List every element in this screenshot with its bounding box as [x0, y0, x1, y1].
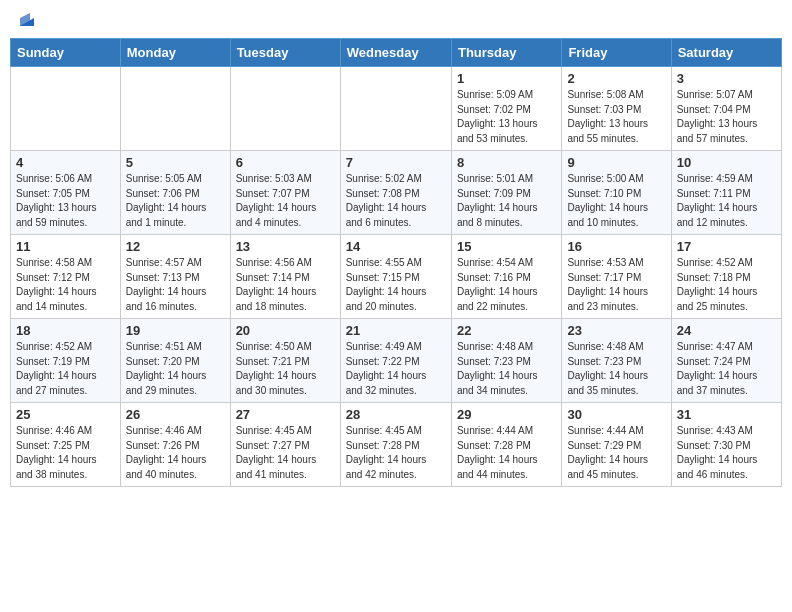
day-number: 19 — [126, 323, 225, 338]
day-info: Sunrise: 4:47 AM Sunset: 7:24 PM Dayligh… — [677, 340, 776, 398]
weekday-header-saturday: Saturday — [671, 39, 781, 67]
calendar-cell: 30Sunrise: 4:44 AM Sunset: 7:29 PM Dayli… — [562, 403, 671, 487]
day-info: Sunrise: 4:44 AM Sunset: 7:29 PM Dayligh… — [567, 424, 665, 482]
day-info: Sunrise: 4:46 AM Sunset: 7:26 PM Dayligh… — [126, 424, 225, 482]
day-info: Sunrise: 5:00 AM Sunset: 7:10 PM Dayligh… — [567, 172, 665, 230]
day-info: Sunrise: 5:01 AM Sunset: 7:09 PM Dayligh… — [457, 172, 556, 230]
day-info: Sunrise: 4:54 AM Sunset: 7:16 PM Dayligh… — [457, 256, 556, 314]
day-info: Sunrise: 4:45 AM Sunset: 7:28 PM Dayligh… — [346, 424, 446, 482]
calendar-table: SundayMondayTuesdayWednesdayThursdayFrid… — [10, 38, 782, 487]
calendar-week-2: 4Sunrise: 5:06 AM Sunset: 7:05 PM Daylig… — [11, 151, 782, 235]
calendar-cell: 18Sunrise: 4:52 AM Sunset: 7:19 PM Dayli… — [11, 319, 121, 403]
calendar-cell: 5Sunrise: 5:05 AM Sunset: 7:06 PM Daylig… — [120, 151, 230, 235]
calendar-week-1: 1Sunrise: 5:09 AM Sunset: 7:02 PM Daylig… — [11, 67, 782, 151]
calendar-cell: 14Sunrise: 4:55 AM Sunset: 7:15 PM Dayli… — [340, 235, 451, 319]
day-number: 24 — [677, 323, 776, 338]
calendar-cell — [11, 67, 121, 151]
day-number: 29 — [457, 407, 556, 422]
weekday-header-wednesday: Wednesday — [340, 39, 451, 67]
day-info: Sunrise: 5:02 AM Sunset: 7:08 PM Dayligh… — [346, 172, 446, 230]
calendar-cell: 26Sunrise: 4:46 AM Sunset: 7:26 PM Dayli… — [120, 403, 230, 487]
calendar-cell: 8Sunrise: 5:01 AM Sunset: 7:09 PM Daylig… — [451, 151, 561, 235]
day-number: 10 — [677, 155, 776, 170]
calendar-cell — [340, 67, 451, 151]
day-number: 12 — [126, 239, 225, 254]
weekday-header-tuesday: Tuesday — [230, 39, 340, 67]
calendar-cell: 3Sunrise: 5:07 AM Sunset: 7:04 PM Daylig… — [671, 67, 781, 151]
day-number: 23 — [567, 323, 665, 338]
calendar-cell: 2Sunrise: 5:08 AM Sunset: 7:03 PM Daylig… — [562, 67, 671, 151]
day-info: Sunrise: 4:51 AM Sunset: 7:20 PM Dayligh… — [126, 340, 225, 398]
day-number: 16 — [567, 239, 665, 254]
calendar-cell: 7Sunrise: 5:02 AM Sunset: 7:08 PM Daylig… — [340, 151, 451, 235]
day-info: Sunrise: 4:44 AM Sunset: 7:28 PM Dayligh… — [457, 424, 556, 482]
day-number: 3 — [677, 71, 776, 86]
day-info: Sunrise: 4:48 AM Sunset: 7:23 PM Dayligh… — [457, 340, 556, 398]
calendar-cell — [120, 67, 230, 151]
calendar-cell: 21Sunrise: 4:49 AM Sunset: 7:22 PM Dayli… — [340, 319, 451, 403]
day-info: Sunrise: 4:45 AM Sunset: 7:27 PM Dayligh… — [236, 424, 335, 482]
calendar-week-5: 25Sunrise: 4:46 AM Sunset: 7:25 PM Dayli… — [11, 403, 782, 487]
day-number: 15 — [457, 239, 556, 254]
calendar-cell: 29Sunrise: 4:44 AM Sunset: 7:28 PM Dayli… — [451, 403, 561, 487]
day-info: Sunrise: 4:46 AM Sunset: 7:25 PM Dayligh… — [16, 424, 115, 482]
calendar-week-3: 11Sunrise: 4:58 AM Sunset: 7:12 PM Dayli… — [11, 235, 782, 319]
day-number: 11 — [16, 239, 115, 254]
day-info: Sunrise: 5:07 AM Sunset: 7:04 PM Dayligh… — [677, 88, 776, 146]
day-number: 14 — [346, 239, 446, 254]
day-number: 30 — [567, 407, 665, 422]
day-info: Sunrise: 4:58 AM Sunset: 7:12 PM Dayligh… — [16, 256, 115, 314]
calendar-cell: 9Sunrise: 5:00 AM Sunset: 7:10 PM Daylig… — [562, 151, 671, 235]
calendar-cell: 27Sunrise: 4:45 AM Sunset: 7:27 PM Dayli… — [230, 403, 340, 487]
day-info: Sunrise: 5:06 AM Sunset: 7:05 PM Dayligh… — [16, 172, 115, 230]
day-info: Sunrise: 5:08 AM Sunset: 7:03 PM Dayligh… — [567, 88, 665, 146]
calendar-cell: 24Sunrise: 4:47 AM Sunset: 7:24 PM Dayli… — [671, 319, 781, 403]
day-number: 7 — [346, 155, 446, 170]
day-number: 5 — [126, 155, 225, 170]
day-number: 8 — [457, 155, 556, 170]
day-info: Sunrise: 4:53 AM Sunset: 7:17 PM Dayligh… — [567, 256, 665, 314]
day-info: Sunrise: 4:50 AM Sunset: 7:21 PM Dayligh… — [236, 340, 335, 398]
day-info: Sunrise: 4:49 AM Sunset: 7:22 PM Dayligh… — [346, 340, 446, 398]
calendar-cell: 10Sunrise: 4:59 AM Sunset: 7:11 PM Dayli… — [671, 151, 781, 235]
day-number: 31 — [677, 407, 776, 422]
day-number: 4 — [16, 155, 115, 170]
day-info: Sunrise: 4:43 AM Sunset: 7:30 PM Dayligh… — [677, 424, 776, 482]
day-info: Sunrise: 4:55 AM Sunset: 7:15 PM Dayligh… — [346, 256, 446, 314]
calendar-cell: 12Sunrise: 4:57 AM Sunset: 7:13 PM Dayli… — [120, 235, 230, 319]
calendar-cell: 23Sunrise: 4:48 AM Sunset: 7:23 PM Dayli… — [562, 319, 671, 403]
calendar-cell: 20Sunrise: 4:50 AM Sunset: 7:21 PM Dayli… — [230, 319, 340, 403]
day-info: Sunrise: 4:52 AM Sunset: 7:18 PM Dayligh… — [677, 256, 776, 314]
weekday-header-monday: Monday — [120, 39, 230, 67]
calendar-header-row: SundayMondayTuesdayWednesdayThursdayFrid… — [11, 39, 782, 67]
day-info: Sunrise: 5:03 AM Sunset: 7:07 PM Dayligh… — [236, 172, 335, 230]
day-info: Sunrise: 4:57 AM Sunset: 7:13 PM Dayligh… — [126, 256, 225, 314]
weekday-header-thursday: Thursday — [451, 39, 561, 67]
calendar-cell: 1Sunrise: 5:09 AM Sunset: 7:02 PM Daylig… — [451, 67, 561, 151]
page-header — [10, 10, 782, 30]
day-number: 27 — [236, 407, 335, 422]
day-info: Sunrise: 4:56 AM Sunset: 7:14 PM Dayligh… — [236, 256, 335, 314]
calendar-cell: 19Sunrise: 4:51 AM Sunset: 7:20 PM Dayli… — [120, 319, 230, 403]
day-number: 22 — [457, 323, 556, 338]
day-info: Sunrise: 5:05 AM Sunset: 7:06 PM Dayligh… — [126, 172, 225, 230]
calendar-cell: 11Sunrise: 4:58 AM Sunset: 7:12 PM Dayli… — [11, 235, 121, 319]
calendar-cell: 13Sunrise: 4:56 AM Sunset: 7:14 PM Dayli… — [230, 235, 340, 319]
day-number: 25 — [16, 407, 115, 422]
day-number: 2 — [567, 71, 665, 86]
calendar-week-4: 18Sunrise: 4:52 AM Sunset: 7:19 PM Dayli… — [11, 319, 782, 403]
day-number: 6 — [236, 155, 335, 170]
calendar-cell: 16Sunrise: 4:53 AM Sunset: 7:17 PM Dayli… — [562, 235, 671, 319]
calendar-cell: 15Sunrise: 4:54 AM Sunset: 7:16 PM Dayli… — [451, 235, 561, 319]
day-number: 17 — [677, 239, 776, 254]
calendar-cell: 28Sunrise: 4:45 AM Sunset: 7:28 PM Dayli… — [340, 403, 451, 487]
calendar-cell: 17Sunrise: 4:52 AM Sunset: 7:18 PM Dayli… — [671, 235, 781, 319]
day-info: Sunrise: 5:09 AM Sunset: 7:02 PM Dayligh… — [457, 88, 556, 146]
calendar-cell: 4Sunrise: 5:06 AM Sunset: 7:05 PM Daylig… — [11, 151, 121, 235]
logo-icon — [16, 8, 38, 30]
day-number: 28 — [346, 407, 446, 422]
day-number: 20 — [236, 323, 335, 338]
calendar-cell: 31Sunrise: 4:43 AM Sunset: 7:30 PM Dayli… — [671, 403, 781, 487]
weekday-header-sunday: Sunday — [11, 39, 121, 67]
day-number: 21 — [346, 323, 446, 338]
